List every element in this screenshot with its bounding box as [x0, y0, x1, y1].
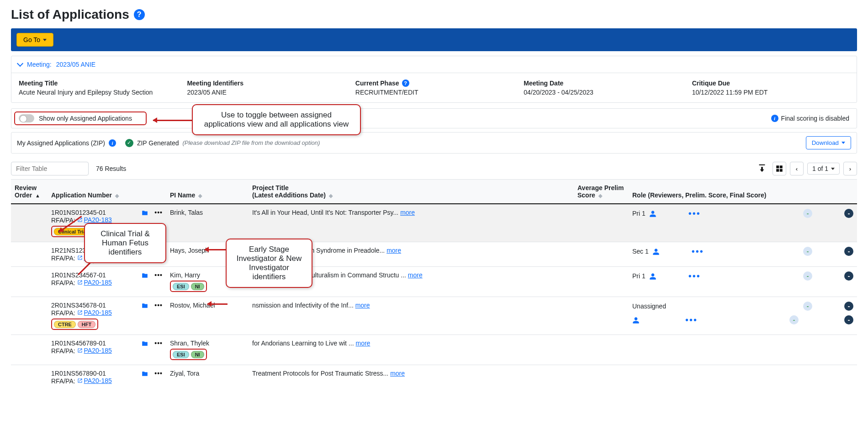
- info-icon: i: [771, 115, 778, 122]
- meeting-title-label: Meeting Title: [19, 80, 176, 87]
- badge-ni: NI: [191, 283, 204, 290]
- download-button[interactable]: Download: [806, 136, 851, 149]
- current-phase-value: RECRUITMENT/EDIT: [355, 89, 513, 96]
- person-icon[interactable]: [649, 272, 656, 280]
- person-icon[interactable]: [649, 209, 656, 217]
- zip-info-icon[interactable]: i: [109, 139, 116, 147]
- app-number: 1R01NS234567-01: [51, 271, 135, 279]
- toggle-label: Show only Assigned Applications: [39, 115, 132, 122]
- role-menu-icon[interactable]: •••: [692, 249, 704, 254]
- assigned-apps-toggle[interactable]: [19, 114, 34, 122]
- meeting-date-label: Meeting Date: [524, 80, 681, 87]
- meeting-value: 2023/05 ANIE: [56, 61, 95, 68]
- role-unassigned: Unassigned: [632, 303, 666, 310]
- role-label: Pri 1: [632, 272, 656, 280]
- col-app-number[interactable]: Application Number ◆: [48, 180, 166, 204]
- rfa-link[interactable]: PA20-183: [77, 216, 112, 223]
- zip-hint: (Please download ZIP file from the downl…: [182, 139, 320, 146]
- critique-due-value: 10/12/2022 11:59 PM EDT: [692, 89, 849, 96]
- phase-help-icon[interactable]: ?: [402, 80, 409, 87]
- row-menu-icon[interactable]: •••: [154, 209, 163, 216]
- col-pi-name[interactable]: PI Name ◆: [166, 180, 249, 204]
- rfa-link[interactable]: PA20-185: [77, 347, 112, 354]
- prelim-score-button[interactable]: -: [803, 302, 812, 311]
- prelim-score-button[interactable]: -: [803, 209, 812, 218]
- more-link[interactable]: more: [355, 340, 370, 347]
- check-icon: ✓: [125, 139, 133, 147]
- sort-icon: ◆: [598, 193, 602, 198]
- project-title: Treatment Protocols for Post Traumatic S…: [252, 370, 390, 377]
- row-menu-icon[interactable]: •••: [154, 370, 163, 377]
- final-score-button[interactable]: -: [844, 271, 853, 281]
- meeting-ident-label: Meeting Identifiers: [187, 80, 344, 87]
- app-number: 1R01NS567890-01: [51, 370, 135, 377]
- role-menu-icon[interactable]: •••: [688, 211, 701, 216]
- meeting-collapse-header[interactable]: Meeting: 2023/05 ANIE: [11, 56, 857, 73]
- row-menu-icon[interactable]: •••: [154, 302, 163, 309]
- table-row: 1R01NS234567-01RFA/PA: PA20-185•••Kim, H…: [11, 267, 857, 297]
- table-row: 1R01NS567890-01RFA/PA: PA20-185•••Ziyal,…: [11, 365, 857, 390]
- folder-icon[interactable]: [141, 302, 149, 309]
- role-menu-icon[interactable]: •••: [685, 318, 698, 322]
- final-score-button[interactable]: -: [844, 247, 853, 256]
- more-link[interactable]: more: [355, 302, 370, 309]
- badge-esi: ESI: [173, 283, 189, 290]
- final-score-button[interactable]: -: [844, 315, 853, 324]
- grid-view-icon[interactable]: [773, 162, 786, 175]
- pager-page-select[interactable]: 1 of 1: [807, 163, 840, 175]
- folder-icon[interactable]: [141, 271, 149, 279]
- filter-input[interactable]: [11, 162, 89, 175]
- col-role: Role (Reviewers, Prelim. Score, Final Sc…: [629, 180, 857, 204]
- rfa-link[interactable]: PA20-185: [77, 309, 112, 316]
- export-icon[interactable]: [755, 162, 769, 175]
- prelim-score-button[interactable]: -: [789, 315, 799, 324]
- critique-due-label: Critique Due: [692, 80, 849, 87]
- app-number: 2R01NS345678-01: [51, 302, 135, 309]
- folder-icon[interactable]: [141, 340, 149, 347]
- final-score-button[interactable]: -: [844, 302, 853, 311]
- prelim-score-button[interactable]: -: [803, 271, 812, 281]
- callout-toggle: Use to toggle between assigned applicati…: [192, 104, 361, 135]
- rfa-link[interactable]: PA20-185: [77, 279, 112, 286]
- col-avg-score[interactable]: Average Prelim Score ◆: [574, 180, 629, 204]
- results-count: 76 Results: [96, 165, 126, 172]
- person-icon[interactable]: [632, 316, 640, 324]
- help-icon[interactable]: ?: [134, 9, 145, 20]
- meeting-label: Meeting:: [27, 61, 52, 68]
- prelim-score-button[interactable]: -: [803, 247, 812, 256]
- person-icon[interactable]: [652, 247, 660, 255]
- role-menu-icon[interactable]: •••: [688, 274, 701, 278]
- row-menu-icon[interactable]: •••: [154, 271, 163, 279]
- pi-name: Brink, Talas: [170, 209, 245, 216]
- app-number: 1R01NS456789-01: [51, 340, 135, 347]
- col-project-title[interactable]: Project Title (Latest eAdditions Date) ◆: [249, 180, 574, 204]
- table-row: 2R01NS345678-01RFA/PA: PA20-185CTRE HFT•…: [11, 297, 857, 335]
- folder-icon[interactable]: [141, 209, 149, 216]
- goto-button[interactable]: Go To: [16, 33, 53, 47]
- annotation-arrow: [207, 303, 228, 305]
- callout-ct-hft: Clinical Trial & Human Fetus identifiers: [84, 223, 166, 263]
- rfa-label: RFA/PA:: [51, 347, 75, 355]
- action-bar: Go To: [11, 28, 857, 51]
- more-link[interactable]: more: [390, 370, 405, 377]
- caret-down-icon: [831, 168, 835, 170]
- table-row: 1R01NS456789-01RFA/PA: PA20-185•••Shran,…: [11, 335, 857, 365]
- col-review-order[interactable]: Review Order ▲: [11, 180, 48, 204]
- badge-hft: HFT: [78, 321, 95, 328]
- more-link[interactable]: more: [408, 271, 423, 279]
- final-score-button[interactable]: -: [844, 209, 853, 218]
- annotation-box: CTRE HFT: [51, 319, 98, 330]
- row-menu-icon[interactable]: •••: [154, 340, 163, 347]
- rfa-link[interactable]: PA20-185: [77, 377, 112, 384]
- project-title: nsmission and Infectivity of the Inf...: [252, 302, 355, 309]
- role-label: Pri 1: [632, 209, 656, 217]
- annotation-box: ESI NI: [170, 349, 207, 360]
- more-link[interactable]: more: [400, 209, 415, 216]
- more-link[interactable]: more: [386, 247, 401, 254]
- rfa-label: RFA/PA:: [51, 279, 75, 287]
- pager-prev-button[interactable]: ‹: [790, 162, 804, 175]
- sort-icon: ◆: [329, 193, 333, 198]
- folder-icon[interactable]: [141, 370, 149, 377]
- meeting-panel: Meeting: 2023/05 ANIE Meeting Title Acut…: [11, 56, 857, 103]
- pager-next-button[interactable]: ›: [843, 162, 857, 175]
